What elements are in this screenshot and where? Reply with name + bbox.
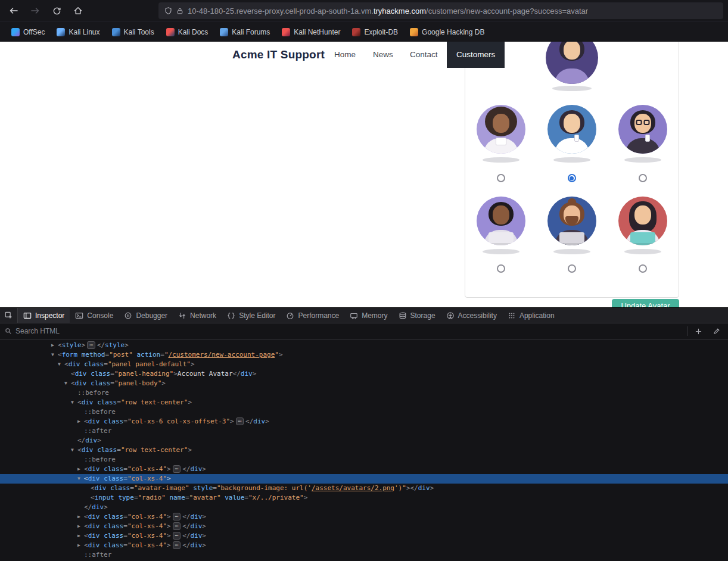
performance-icon	[286, 311, 294, 320]
devtools-tab-memory[interactable]: Memory	[344, 308, 393, 323]
nav-item-contact[interactable]: Contact	[402, 42, 446, 68]
avatar-radio[interactable]	[568, 264, 576, 273]
twisty-closed-icon[interactable]: ▶	[77, 417, 84, 426]
twisty-closed-icon[interactable]: ▶	[77, 512, 84, 522]
devtools-tab-style-editor[interactable]: Style Editor	[222, 308, 281, 323]
markup-line[interactable]: ▶<div class="col-xs-4">⋯</div>	[0, 465, 728, 474]
twisty-closed-icon[interactable]: ▶	[77, 522, 84, 531]
forward-button[interactable]	[26, 2, 44, 19]
markup-line[interactable]: <input type="radio" name="avatar" value=…	[0, 493, 728, 503]
syntax-punctuation: >	[202, 541, 206, 549]
inline-ellipsis-badge[interactable]: ⋯	[173, 513, 181, 521]
add-node-button[interactable]	[691, 325, 705, 337]
markup-line-selected[interactable]: ▼<div class="col-xs-4">	[0, 474, 728, 484]
eyedropper-button[interactable]	[709, 325, 723, 337]
devtools-tab-debugger[interactable]: Debugger	[119, 308, 173, 323]
url-bar[interactable]: 10-48-180-25.reverse-proxy.cell-prod-ap-…	[158, 2, 723, 19]
devtools-tab-inspector[interactable]: Inspector	[18, 308, 70, 323]
inline-ellipsis-badge[interactable]: ⋯	[236, 417, 244, 425]
twisty-closed-icon[interactable]: ▶	[77, 531, 84, 541]
markup-line[interactable]: ▶<div class="col-xs-4">⋯</div>	[0, 522, 728, 531]
devtools-tab-performance[interactable]: Performance	[281, 308, 344, 323]
syntax-value-link: /assets/avatars/2.png	[312, 484, 394, 492]
markup-line[interactable]: <div class="avatar-image" style="backgro…	[0, 484, 728, 493]
devtools-tab-application[interactable]: Application	[502, 308, 560, 323]
markup-view: ▶<style>⋯</style>▼<form method="post" ac…	[0, 339, 728, 561]
markup-line[interactable]: ▼<form method="post" action="/customers/…	[0, 350, 728, 360]
bookmark-kali-tools[interactable]: Kali Tools	[107, 26, 160, 39]
markup-line[interactable]: ::before	[0, 407, 728, 417]
markup-line[interactable]: <div class="panel-heading">Account Avata…	[0, 369, 728, 379]
nav-item-home[interactable]: Home	[326, 42, 363, 68]
syntax-punctuation: </	[182, 532, 190, 540]
nav-item-customers[interactable]: Customers	[447, 42, 505, 68]
syntax-tag: div	[75, 370, 87, 378]
syntax-punctuation: </	[77, 437, 85, 444]
bookmark-kali-docs[interactable]: Kali Docs	[161, 26, 214, 39]
bookmark-offsec[interactable]: OffSec	[6, 26, 50, 39]
search-html-input[interactable]	[15, 327, 683, 335]
markup-line[interactable]: ::after	[0, 550, 728, 560]
twisty-open-icon[interactable]: ▼	[58, 360, 64, 369]
avatar-radio[interactable]	[497, 264, 505, 273]
inline-ellipsis-badge[interactable]: ⋯	[173, 532, 181, 540]
pick-element-button[interactable]	[0, 308, 18, 323]
markup-line[interactable]: ▼<div class="panel-body">	[0, 379, 728, 388]
markup-line[interactable]: ▶<div class="col-xs-4">⋯</div>	[0, 541, 728, 550]
twisty-open-icon[interactable]: ▼	[77, 474, 84, 484]
markup-line[interactable]: ::before	[0, 388, 728, 398]
markup-line[interactable]: ▼<div class="row text-center">	[0, 445, 728, 455]
avatar-radio[interactable]	[497, 174, 505, 182]
markup-line[interactable]: </div>	[0, 436, 728, 445]
avatar-option[interactable]	[547, 105, 596, 163]
twisty-open-icon[interactable]: ▼	[71, 445, 77, 455]
devtools-tab-network[interactable]: Network	[173, 308, 222, 323]
markup-line[interactable]: ▼<div class="row text-center">	[0, 398, 728, 407]
twisty-open-icon[interactable]: ▼	[51, 350, 58, 360]
reload-button[interactable]	[48, 2, 66, 19]
syntax-punctuation: >	[167, 465, 171, 473]
markup-line[interactable]: </div>	[0, 503, 728, 512]
twisty-open-icon[interactable]: ▼	[64, 379, 71, 388]
radio-cell	[608, 174, 679, 182]
twisty-closed-icon[interactable]: ▶	[77, 465, 84, 474]
inline-ellipsis-badge[interactable]: ⋯	[173, 541, 181, 549]
avatar-option[interactable]	[477, 105, 525, 163]
bookmark-google-hacking-db[interactable]: Google Hacking DB	[405, 26, 490, 39]
syntax-punctuation: =	[134, 494, 138, 501]
avatar-radio-selected[interactable]	[568, 174, 576, 182]
avatar-option[interactable]	[618, 197, 667, 254]
avatar-option[interactable]	[618, 105, 667, 163]
home-button[interactable]	[69, 2, 87, 19]
markup-line[interactable]: ▼<div class="panel panel-default">	[0, 360, 728, 369]
markup-line[interactable]: ::before	[0, 455, 728, 465]
markup-line[interactable]: ::after	[0, 426, 728, 436]
markup-line[interactable]: ▶<div class="col-xs-4">⋯</div>	[0, 531, 728, 541]
inline-ellipsis-badge[interactable]: ⋯	[87, 341, 95, 349]
twisty-closed-icon[interactable]: ▶	[77, 541, 84, 550]
twisty-closed-icon[interactable]: ▶	[51, 341, 58, 350]
avatar-option[interactable]	[547, 197, 596, 254]
markup-line[interactable]: ▶<style>⋯</style>	[0, 341, 728, 350]
twisty-open-icon[interactable]: ▼	[71, 398, 77, 407]
devtools-tab-storage[interactable]: Storage	[393, 308, 441, 323]
shield-icon[interactable]	[164, 7, 172, 15]
devtools-tab-console[interactable]: Console	[70, 308, 119, 323]
bookmark-kali-forums[interactable]: Kali Forums	[214, 26, 275, 39]
avatar-radio[interactable]	[639, 264, 647, 273]
back-button[interactable]	[5, 2, 23, 19]
nav-item-news[interactable]: News	[365, 42, 401, 68]
lock-icon[interactable]	[176, 7, 183, 15]
inline-ellipsis-badge[interactable]: ⋯	[173, 465, 181, 473]
bookmark-exploit-db[interactable]: Exploit-DB	[347, 26, 403, 39]
avatar-radio[interactable]	[639, 174, 647, 182]
update-avatar-button[interactable]: Update Avatar	[612, 299, 679, 307]
markup-line[interactable]: ▶<div class="col-xs-6 col-xs-offset-3">⋯…	[0, 417, 728, 426]
syntax-value: "radio"	[138, 494, 166, 501]
bookmark-kali-linux[interactable]: Kali Linux	[51, 26, 105, 39]
markup-line[interactable]: ▶<div class="col-xs-4">⋯</div>	[0, 512, 728, 522]
avatar-option[interactable]	[477, 197, 525, 254]
inline-ellipsis-badge[interactable]: ⋯	[173, 522, 181, 530]
devtools-tab-accessibility[interactable]: Accessibility	[441, 308, 502, 323]
bookmark-kali-nethunter[interactable]: Kali NetHunter	[276, 26, 346, 39]
